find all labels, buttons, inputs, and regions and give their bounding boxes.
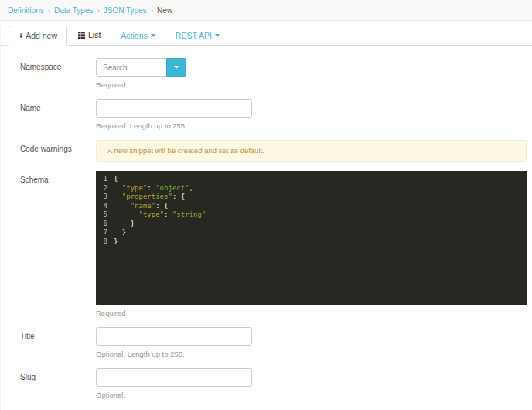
slug-label: Slug — [20, 368, 96, 400]
tab-bar: +Add new List Actions REST API — [1, 26, 532, 46]
slug-input[interactable] — [96, 368, 252, 387]
form-group-code-warnings: Code warnings A new snippet will be crea… — [20, 140, 532, 162]
title-input[interactable] — [96, 327, 252, 346]
breadcrumb: Definitions›Data Types›JSON Types›New — [0, 0, 532, 21]
tab-add-new-label: Add new — [26, 31, 57, 40]
form-group-namespace: Namespace Required. — [20, 58, 532, 90]
form-group-slug: Slug Optional. — [20, 368, 532, 400]
schema-code-editor[interactable]: 1{2 "type": "object",3 "properties": {4 … — [96, 171, 527, 305]
caret-down-icon — [174, 66, 179, 69]
tab-actions-label: Actions — [121, 31, 147, 40]
namespace-dropdown-button[interactable] — [166, 58, 186, 77]
form-group-name: Name Required. Length up to 255. — [20, 99, 532, 131]
namespace-help-text: Required. — [96, 80, 186, 90]
code-warnings-label: Code warnings — [20, 140, 96, 162]
breadcrumb-separator: › — [97, 6, 99, 15]
name-label: Name — [20, 99, 96, 131]
list-icon — [78, 31, 85, 40]
name-help-text: Required. Length up to 255. — [96, 121, 252, 131]
breadcrumb-link-data-types[interactable]: Data Types — [54, 6, 93, 15]
title-help-text: Optional. Length up to 255. — [96, 350, 252, 359]
schema-help-text: Required — [96, 309, 527, 318]
form-group-title: Title Optional. Length up to 255. — [20, 327, 532, 359]
namespace-search-input[interactable] — [96, 58, 167, 77]
caret-down-icon — [215, 34, 220, 37]
breadcrumb-current: New — [157, 6, 172, 15]
form-group-schema: Schema 1{2 "type": "object",3 "propertie… — [20, 171, 532, 318]
breadcrumb-link-json-types[interactable]: JSON Types — [104, 6, 147, 15]
breadcrumb-link-definitions[interactable]: Definitions — [8, 6, 44, 15]
tab-actions-dropdown[interactable]: Actions — [111, 26, 164, 45]
tab-rest-api-dropdown[interactable]: REST API — [166, 26, 229, 45]
schema-label: Schema — [20, 171, 96, 318]
name-input[interactable] — [96, 99, 252, 118]
code-warnings-alert: A new snippet will be created and set as… — [96, 140, 527, 162]
caret-down-icon — [151, 34, 155, 37]
tab-list-label: List — [88, 30, 101, 39]
tab-add-new[interactable]: +Add new — [9, 26, 67, 46]
tab-rest-api-label: REST API — [176, 31, 212, 40]
plus-icon: + — [19, 31, 23, 40]
content-area: +Add new List Actions REST API Namespace — [0, 26, 532, 410]
breadcrumb-separator: › — [151, 6, 153, 15]
page: Definitions›Data Types›JSON Types›New +A… — [0, 0, 532, 410]
title-label: Title — [20, 327, 96, 359]
tab-list[interactable]: List — [69, 26, 110, 45]
add-new-form: Namespace Required. Name Required. Lengt… — [1, 46, 532, 400]
slug-help-text: Optional. — [96, 391, 252, 400]
namespace-label: Namespace — [20, 58, 96, 90]
breadcrumb-separator: › — [48, 6, 50, 15]
